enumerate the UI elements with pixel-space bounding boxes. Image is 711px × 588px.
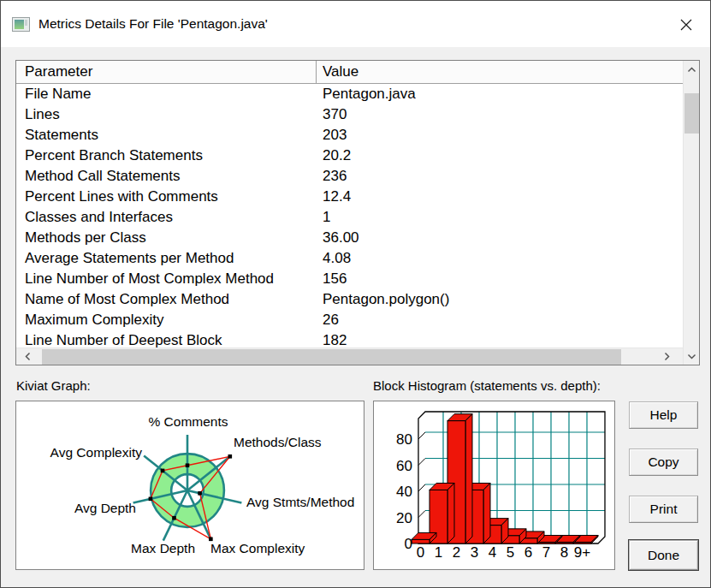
column-header-parameter[interactable]: Parameter <box>16 61 316 83</box>
metrics-details-dialog: Metrics Details For File 'Pentagon.java'… <box>0 0 711 588</box>
parameter-cell: Line Number of Most Complex Method <box>16 269 316 289</box>
axis-tick-3d <box>418 511 425 518</box>
chevron-right-icon <box>664 352 670 361</box>
x-tick-label: 4 <box>489 544 496 561</box>
table-row[interactable]: Percent Branch Statements20.2 <box>16 146 683 166</box>
done-button[interactable]: Done <box>629 540 698 570</box>
value-cell: 370 <box>316 104 683 125</box>
chevron-left-icon <box>25 352 31 361</box>
axis-tick-3d <box>418 459 425 466</box>
horizontal-scrollbar-thumb[interactable] <box>42 349 621 365</box>
kiviat-radar-chart: % CommentsMethods/ClassAvg Stmts/MethodM… <box>16 401 364 569</box>
horizontal-scrollbar[interactable] <box>16 347 683 365</box>
x-tick-label: 6 <box>524 544 532 561</box>
parameter-cell: Name of Most Complex Method <box>16 289 316 310</box>
kiviat-data-marker <box>228 454 233 459</box>
parameter-cell: Maximum Complexity <box>16 310 316 330</box>
y-tick-label: 20 <box>396 510 412 526</box>
value-cell: 182 <box>316 330 683 347</box>
bar-side-face <box>483 483 490 543</box>
table-row[interactable]: Average Statements per Method4.08 <box>16 248 683 269</box>
table-row[interactable]: Methods per Class36.00 <box>16 228 683 248</box>
scroll-up-button[interactable] <box>684 61 699 78</box>
kiviat-axis-label: Avg Stmts/Method <box>246 495 354 509</box>
y-tick-label: 40 <box>396 484 412 500</box>
kiviat-axis-label: Max Depth <box>131 541 195 555</box>
table-row[interactable]: Maximum Complexity26 <box>16 310 683 330</box>
table-row[interactable]: Line Number of Deepest Block182 <box>16 330 683 347</box>
x-tick-label: 0 <box>417 544 424 561</box>
metrics-table: Parameter Value File NamePentagon.javaLi… <box>15 60 700 365</box>
value-cell: 156 <box>316 269 683 289</box>
scroll-left-button[interactable] <box>18 348 37 365</box>
titlebar: Metrics Details For File 'Pentagon.java' <box>1 1 710 47</box>
table-row[interactable]: File NamePentagon.java <box>16 84 683 104</box>
kiviat-data-marker <box>161 469 165 473</box>
value-cell: 203 <box>316 125 683 146</box>
window-title: Metrics Details For File 'Pentagon.java' <box>39 16 268 32</box>
kiviat-graph-label: Kiviat Graph: <box>16 378 91 393</box>
kiviat-axis-label: Methods/Class <box>234 435 322 449</box>
axis-tick-3d <box>418 432 425 439</box>
scroll-down-button[interactable] <box>684 347 699 365</box>
vertical-scrollbar[interactable] <box>683 61 699 365</box>
vertical-scrollbar-thumb[interactable] <box>684 93 699 134</box>
parameter-cell: Statements <box>16 125 316 146</box>
parameter-cell: Classes and Interfaces <box>16 207 316 228</box>
bar-front-face <box>412 539 430 543</box>
parameter-cell: Method Call Statements <box>16 166 316 187</box>
x-tick-label: 8 <box>560 544 568 561</box>
table-row[interactable]: Classes and Interfaces1 <box>16 207 683 228</box>
bar-side-face <box>447 483 454 543</box>
parameter-cell: Percent Branch Statements <box>16 146 316 166</box>
histogram-label: Block Histogram (statements vs. depth): <box>373 378 601 393</box>
x-tick-label: 9+ <box>574 544 590 561</box>
print-button[interactable]: Print <box>629 496 698 523</box>
value-cell: 12.4 <box>316 187 683 207</box>
table-body: File NamePentagon.javaLines370Statements… <box>16 84 683 347</box>
kiviat-axis-label: Avg Complexity <box>50 445 143 460</box>
close-icon <box>679 18 693 32</box>
parameter-cell: File Name <box>16 84 316 104</box>
x-tick-label: 5 <box>507 544 514 561</box>
table-row[interactable]: Name of Most Complex MethodPentagon.poly… <box>16 289 683 310</box>
x-tick-label: 2 <box>453 544 460 561</box>
kiviat-data-marker <box>186 463 190 467</box>
parameter-cell: Average Statements per Method <box>16 248 316 269</box>
kiviat-graph-panel: % CommentsMethods/ClassAvg Stmts/MethodM… <box>15 401 364 570</box>
axis-tick-3d <box>418 484 425 491</box>
parameter-cell: Line Number of Deepest Block <box>16 330 316 347</box>
parameter-cell: Percent Lines with Comments <box>16 187 316 207</box>
close-button[interactable] <box>668 9 704 40</box>
value-cell: Pentagon.java <box>316 84 683 104</box>
value-cell: Pentagon.polygon() <box>316 289 683 310</box>
table-row[interactable]: Method Call Statements236 <box>16 166 683 187</box>
block-histogram-chart: 0204060800123456789+ <box>374 401 614 569</box>
chevron-up-icon <box>687 67 696 73</box>
parameter-cell: Lines <box>16 104 316 125</box>
bar-front-face <box>573 542 591 543</box>
scroll-right-button[interactable] <box>657 348 676 365</box>
value-cell: 26 <box>316 310 683 330</box>
table-row[interactable]: Line Number of Most Complex Method156 <box>16 269 683 289</box>
app-icon-strip <box>25 20 27 26</box>
kiviat-data-marker <box>172 516 176 520</box>
kiviat-data-marker <box>149 497 153 502</box>
x-tick-label: 7 <box>542 544 550 561</box>
value-cell: 236 <box>316 166 683 187</box>
table-header: Parameter Value <box>16 61 683 84</box>
value-cell: 4.08 <box>316 248 683 269</box>
histogram-panel: 0204060800123456789+ <box>373 401 615 570</box>
kiviat-data-marker <box>198 491 202 496</box>
table-row[interactable]: Lines370 <box>16 104 683 125</box>
copy-button[interactable]: Copy <box>629 448 698 476</box>
value-cell: 36.00 <box>316 228 683 248</box>
table-row[interactable]: Statements203 <box>16 125 683 146</box>
app-icon <box>12 17 30 32</box>
help-button[interactable]: Help <box>629 401 698 429</box>
x-tick-label: 1 <box>435 544 442 561</box>
y-tick-label: 80 <box>396 431 412 448</box>
x-tick-label: 3 <box>471 544 478 561</box>
table-row[interactable]: Percent Lines with Comments12.4 <box>16 187 683 207</box>
column-header-value[interactable]: Value <box>316 61 683 83</box>
